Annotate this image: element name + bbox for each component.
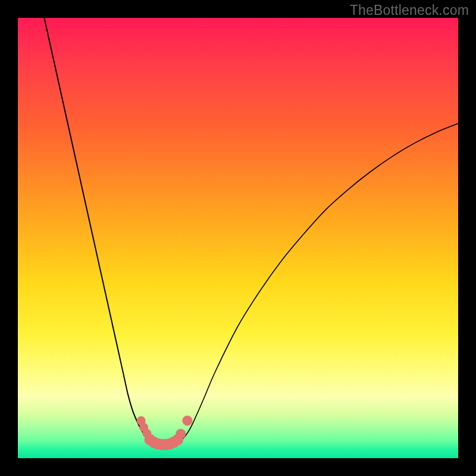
curve-right-branch [176, 124, 458, 443]
marker-group [137, 416, 193, 450]
curve-left-branch [44, 18, 154, 443]
chart-plot-area [18, 18, 458, 458]
marker-dot [176, 429, 186, 439]
watermark-text: TheBottleneck.com [350, 2, 469, 18]
marker-dot [182, 416, 192, 426]
curve-group [44, 18, 458, 445]
bottleneck-curve-svg [18, 18, 458, 458]
